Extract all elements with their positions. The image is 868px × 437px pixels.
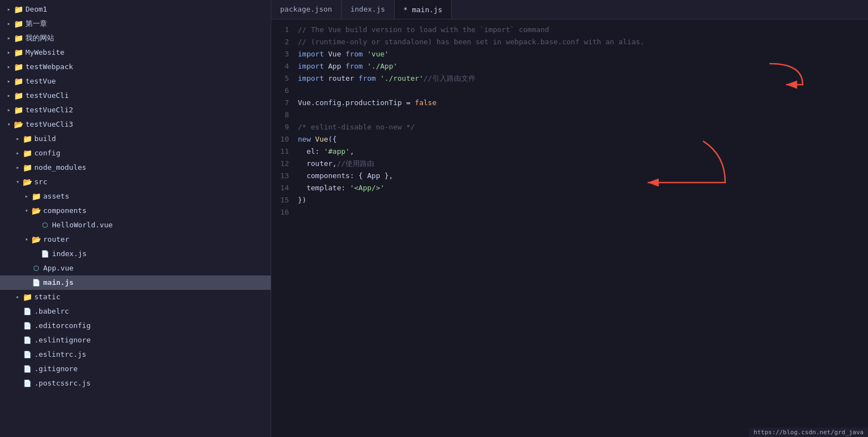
- code-container: 1// The Vue build version to load with t…: [271, 19, 868, 437]
- sidebar-item-HelloWorld.vue[interactable]: ⬡HelloWorld.vue: [0, 218, 271, 232]
- chevron-icon: [4, 19, 13, 28]
- sidebar-item-label: HelloWorld.vue: [52, 219, 113, 231]
- tab-package-json[interactable]: package.json: [271, 0, 342, 19]
- sidebar-item-我的网站[interactable]: 📁我的网站: [0, 31, 271, 45]
- file-icon: 📄: [22, 321, 32, 331]
- code-line: 14 template: '<App/>': [271, 182, 868, 194]
- sidebar-item-build[interactable]: 📁build: [0, 132, 271, 146]
- file-icon: 📄: [22, 335, 32, 345]
- line-number: 14: [271, 182, 298, 194]
- line-number: 12: [271, 158, 298, 170]
- sidebar-item-label: testVueCli3: [25, 118, 73, 131]
- sidebar-item-label: components: [43, 205, 86, 217]
- js-file-icon: 📄: [22, 350, 32, 360]
- sidebar-item-main.js[interactable]: 📄main.js: [0, 275, 271, 290]
- chevron-icon: [4, 34, 13, 43]
- chevron-icon: [13, 293, 22, 301]
- sidebar-item-label: testVueCli: [25, 90, 69, 102]
- tab---main-js[interactable]: * main.js: [395, 0, 452, 19]
- chevron-icon: [4, 106, 13, 115]
- sidebar-item-MyWebsite[interactable]: 📁MyWebsite: [0, 45, 271, 60]
- sidebar-item-components[interactable]: 📂components: [0, 204, 271, 218]
- code-line: 10new Vue({: [271, 133, 868, 145]
- sidebar-item-label: src: [34, 176, 47, 188]
- chevron-icon: [4, 63, 13, 71]
- sidebar-item-label: router: [43, 233, 69, 246]
- folder-icon: 📂: [13, 119, 23, 129]
- tab-label: * main.js: [404, 6, 442, 14]
- sidebar-item-.eslintrc.js[interactable]: 📄.eslintrc.js: [0, 347, 271, 362]
- folder-icon: 📁: [13, 76, 23, 86]
- file-icon: 📄: [22, 364, 32, 374]
- tab-bar: package.jsonindex.js* main.js: [271, 0, 868, 19]
- line-content: import App from './App': [298, 60, 868, 72]
- sidebar-item-Deom1[interactable]: 📁Deom1: [0, 2, 271, 17]
- sidebar-item-router[interactable]: 📂router: [0, 232, 271, 247]
- sidebar-item-testVue[interactable]: 📁testVue: [0, 74, 271, 89]
- sidebar-item-testVueCli[interactable]: 📁testVueCli: [0, 89, 271, 103]
- sidebar-item-label: .eslintignore: [34, 334, 91, 346]
- code-line: 11 el: '#app',: [271, 145, 868, 158]
- tab-label: index.js: [350, 5, 385, 13]
- line-number: 3: [271, 48, 298, 60]
- sidebar-item-label: testVue: [25, 75, 56, 87]
- sidebar-item-.babelrc[interactable]: 📄.babelrc: [0, 304, 271, 319]
- line-content: /* eslint-disable no-new */: [298, 121, 868, 133]
- sidebar-item-.eslintignore[interactable]: 📄.eslintignore: [0, 333, 271, 347]
- js-file-icon: 📄: [22, 378, 32, 388]
- code-line: 13 components: { App },: [271, 170, 868, 182]
- sidebar-item-static[interactable]: 📁static: [0, 290, 271, 304]
- sidebar-item-第一章[interactable]: 📁第一章: [0, 17, 271, 31]
- line-content: // The Vue build version to load with th…: [298, 24, 868, 36]
- sidebar-item-label: Deom1: [25, 3, 47, 15]
- sidebar-item-assets[interactable]: 📁assets: [0, 189, 271, 204]
- chevron-icon: [22, 235, 31, 244]
- tab-index-js[interactable]: index.js: [342, 0, 395, 19]
- line-number: 16: [271, 206, 298, 218]
- vue-file-icon: ⬡: [31, 263, 41, 273]
- line-content: import Vue from 'vue': [298, 48, 868, 60]
- folder-icon: 📁: [22, 163, 32, 173]
- line-content: el: '#app',: [298, 145, 868, 158]
- sidebar-item-label: testWebpack: [25, 61, 73, 73]
- sidebar-item-testVueCli3[interactable]: 📂testVueCli3: [0, 117, 271, 132]
- sidebar-item-label: MyWebsite: [25, 46, 64, 59]
- sidebar-item-testWebpack[interactable]: 📁testWebpack: [0, 60, 271, 74]
- sidebar-item-.editorconfig[interactable]: 📄.editorconfig: [0, 319, 271, 333]
- folder-icon: 📁: [13, 48, 23, 58]
- code-line: 3import Vue from 'vue': [271, 48, 868, 60]
- chevron-icon: [13, 163, 22, 172]
- chevron-icon: [4, 48, 13, 57]
- line-content: import router from './router'//引入路由文件: [298, 72, 868, 85]
- sidebar-item-label: 我的网站: [25, 32, 54, 44]
- sidebar-item-index.js[interactable]: 📄index.js: [0, 247, 271, 261]
- code-line: 15}): [271, 194, 868, 206]
- sidebar-item-.gitignore[interactable]: 📄.gitignore: [0, 362, 271, 376]
- sidebar-item-testVueCli2[interactable]: 📁testVueCli2: [0, 103, 271, 117]
- sidebar-item-node_modules[interactable]: 📁node_modules: [0, 160, 271, 175]
- line-number: 15: [271, 194, 298, 206]
- line-content: }): [298, 194, 868, 206]
- sidebar-item-label: .gitignore: [34, 363, 78, 375]
- sidebar-item-src[interactable]: 📂src: [0, 175, 271, 189]
- line-number: 7: [271, 97, 298, 109]
- folder-icon: 📁: [13, 62, 23, 72]
- sidebar-item-label: static: [34, 291, 60, 303]
- folder-icon: 📁: [13, 19, 23, 29]
- line-number: 2: [271, 36, 298, 48]
- sidebar-item-label: main.js: [43, 277, 74, 289]
- bottom-url: https://blog.csdn.net/grd_java: [749, 428, 868, 437]
- line-content: [298, 109, 868, 121]
- sidebar-item-config[interactable]: 📁config: [0, 146, 271, 160]
- folder-icon: 📁: [13, 91, 23, 101]
- sidebar-item-.postcssrc.js[interactable]: 📄.postcssrc.js: [0, 376, 271, 391]
- tab-label: package.json: [280, 5, 332, 13]
- folder-icon: 📁: [22, 134, 32, 144]
- line-content: [298, 85, 868, 97]
- code-line: 16: [271, 206, 868, 218]
- code-line: 9/* eslint-disable no-new */: [271, 121, 868, 133]
- sidebar-item-App.vue[interactable]: ⬡App.vue: [0, 261, 271, 275]
- js-file-icon: 📄: [40, 249, 50, 259]
- line-number: 9: [271, 121, 298, 133]
- sidebar-item-label: .editorconfig: [34, 320, 91, 332]
